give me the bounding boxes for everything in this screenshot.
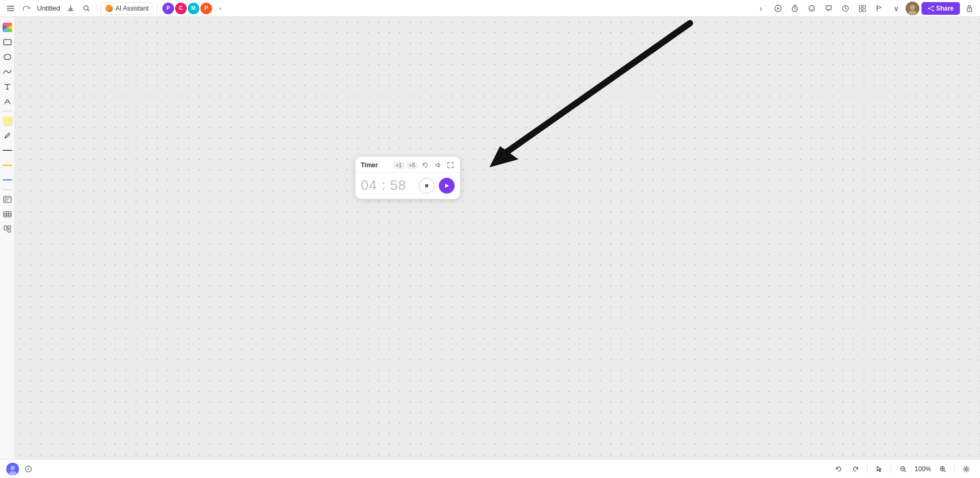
collab-user-3[interactable]: M [188, 3, 199, 14]
timer-expand-icon[interactable] [445, 160, 456, 170]
divider-1 [97, 4, 98, 13]
sidebar-item-line[interactable] [1, 144, 14, 157]
timer-header: Timer +1 +5 [356, 157, 460, 173]
clock-icon[interactable] [838, 1, 853, 16]
svg-point-15 [910, 5, 915, 10]
ai-icon [105, 5, 113, 12]
expand-icon[interactable]: ∨ [889, 1, 904, 16]
svg-rect-25 [4, 212, 11, 217]
share-label: Share [936, 5, 954, 12]
svg-point-19 [932, 9, 934, 11]
timer-icon[interactable] [787, 1, 802, 16]
collab-user-1[interactable]: P [162, 3, 174, 14]
grid-icon[interactable] [855, 1, 870, 16]
collab-user-2[interactable]: C [175, 3, 187, 14]
svg-point-6 [809, 5, 814, 11]
reactions-icon[interactable] [804, 1, 819, 16]
bottom-avatar[interactable] [6, 463, 19, 475]
timer-badge-1[interactable]: +1 [393, 162, 404, 169]
sidebar-item-curve[interactable] [1, 65, 14, 78]
svg-rect-10 [859, 5, 862, 8]
sidebar-item-text[interactable] [1, 80, 14, 93]
lock-icon[interactable] [962, 1, 977, 16]
sidebar-item-highlight[interactable] [1, 159, 14, 171]
timer-stop-button[interactable] [419, 178, 435, 194]
pointer-icon[interactable] [872, 462, 887, 476]
ai-assistant-button[interactable]: AI Assistant [101, 2, 153, 15]
sidebar-item-sticky[interactable] [1, 114, 14, 127]
svg-point-18 [928, 7, 929, 9]
home-bottom-icon[interactable] [21, 462, 36, 476]
svg-rect-2 [7, 10, 14, 11]
sidebar-divider-2 [3, 189, 12, 190]
zoom-out-button[interactable] [896, 462, 910, 476]
save-icon[interactable] [63, 1, 78, 16]
svg-point-21 [969, 9, 970, 10]
svg-rect-12 [859, 9, 862, 12]
svg-rect-0 [7, 6, 14, 7]
canvas[interactable]: Timer +1 +5 [15, 17, 980, 478]
sidebar-divider [3, 111, 12, 111]
timer-badge-2[interactable]: +5 [407, 162, 418, 169]
svg-point-34 [9, 471, 16, 475]
search-icon[interactable] [79, 1, 94, 16]
sidebar-item-text-block[interactable] [1, 193, 14, 206]
sidebar-item-eraser[interactable] [1, 95, 14, 108]
timer-play-button[interactable] [439, 178, 455, 194]
undo-icon[interactable] [831, 462, 846, 476]
bottombar: 100% [0, 459, 980, 478]
sidebar-item-template[interactable] [1, 223, 14, 235]
sidebar-item-blue-line[interactable] [1, 174, 14, 186]
arrow-annotation [15, 17, 980, 478]
timer-label: Timer [361, 161, 391, 169]
comment-icon[interactable] [821, 1, 836, 16]
user-avatar[interactable] [906, 2, 919, 15]
sidebar-item-palette[interactable] [1, 21, 14, 34]
collapse-panel-icon[interactable]: ‹ [213, 1, 228, 16]
svg-point-23 [4, 54, 11, 60]
timer-volume-icon[interactable] [433, 160, 443, 170]
sidebar-item-pen[interactable] [1, 129, 14, 142]
document-title[interactable]: Untitled [35, 4, 62, 12]
zoom-in-button[interactable] [935, 462, 950, 476]
svg-rect-11 [863, 5, 866, 8]
sidebar-item-rectangle[interactable] [1, 36, 14, 49]
svg-line-29 [500, 23, 690, 157]
flag-icon[interactable] [872, 1, 887, 16]
svg-rect-26 [4, 226, 7, 230]
bottom-divider-2 [891, 465, 891, 473]
navigate-right-icon[interactable]: › [754, 1, 768, 16]
settings-icon[interactable] [959, 462, 974, 476]
timer-display: 04 : 58 [361, 177, 415, 194]
timer-undo-icon[interactable] [420, 160, 430, 170]
collab-icons: P C M P [162, 3, 212, 14]
divider-2 [157, 4, 157, 13]
present-icon[interactable] [771, 1, 785, 16]
svg-rect-13 [863, 9, 866, 12]
svg-point-7 [810, 7, 811, 8]
svg-rect-22 [4, 40, 11, 45]
svg-rect-1 [7, 8, 14, 9]
home-icon[interactable] [19, 1, 34, 16]
svg-point-36 [28, 468, 30, 470]
svg-point-33 [11, 466, 15, 470]
svg-point-8 [812, 7, 813, 8]
zoom-level[interactable]: 100% [911, 464, 934, 474]
timer-body: 04 : 58 [356, 173, 460, 199]
zoom-controls: 100% [896, 462, 950, 476]
collab-user-4[interactable]: P [200, 3, 212, 14]
topbar: Untitled AI Assistant P C M P ‹ › [0, 0, 980, 17]
svg-rect-27 [8, 226, 11, 228]
redo-icon[interactable] [848, 462, 863, 476]
svg-rect-31 [425, 184, 428, 187]
ai-assistant-label: AI Assistant [116, 5, 149, 12]
bottom-divider-3 [954, 465, 955, 473]
share-button[interactable]: Share [921, 2, 960, 15]
sidebar-item-ellipse[interactable] [1, 51, 14, 63]
timer-widget: Timer +1 +5 [356, 157, 460, 199]
svg-point-39 [965, 468, 967, 470]
sidebar: ••• [0, 17, 15, 478]
topbar-right: › [754, 1, 977, 16]
menu-icon[interactable] [3, 1, 18, 16]
sidebar-item-table[interactable] [1, 208, 14, 221]
